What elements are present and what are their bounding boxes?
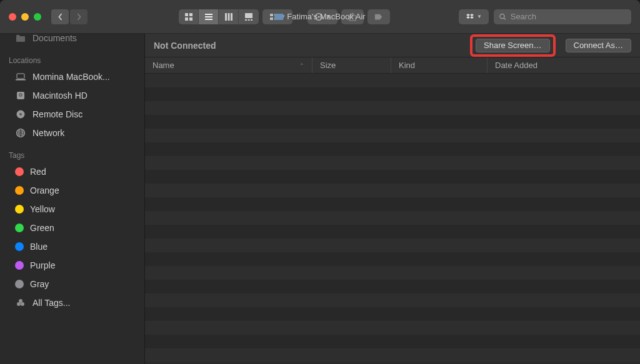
sidebar-item-label: Green bbox=[30, 223, 54, 233]
list-row bbox=[145, 348, 640, 362]
traffic-lights bbox=[9, 13, 41, 21]
sidebar-all-tags[interactable]: All Tags... bbox=[0, 293, 144, 312]
window-title-text: Fatima's MacBook Air bbox=[287, 12, 365, 21]
column-size[interactable]: Size bbox=[312, 57, 391, 73]
sidebar-item-label: Gray bbox=[30, 279, 49, 289]
tag-dot-icon bbox=[15, 261, 24, 270]
svg-rect-14 bbox=[270, 14, 273, 16]
svg-point-26 bbox=[20, 94, 21, 96]
sidebar-item-label: Blue bbox=[30, 242, 48, 252]
sidebar-tag-purple[interactable]: Purple bbox=[0, 256, 144, 275]
column-headers: Name ⌃ Size Kind Date Added bbox=[145, 57, 640, 74]
sidebar-item-remote-disc[interactable]: Remote Disc bbox=[0, 105, 144, 124]
sidebar-tag-yellow[interactable]: Yellow bbox=[0, 200, 144, 219]
dropbox-button[interactable]: ▼ bbox=[459, 9, 489, 24]
laptop-icon bbox=[15, 72, 26, 82]
sidebar-tag-blue[interactable]: Blue bbox=[0, 237, 144, 256]
list-row bbox=[145, 335, 640, 348]
svg-rect-4 bbox=[205, 14, 212, 15]
file-list bbox=[145, 74, 640, 364]
share-screen-button[interactable]: Share Screen… bbox=[476, 39, 550, 52]
list-row bbox=[145, 101, 640, 115]
list-row bbox=[145, 225, 640, 239]
list-row bbox=[145, 74, 640, 87]
tag-dot-icon bbox=[15, 224, 24, 232]
highlight-annotation: Share Screen… bbox=[470, 34, 556, 57]
sidebar-item-label: Red bbox=[30, 167, 46, 177]
tag-dot-icon bbox=[15, 186, 24, 195]
list-row bbox=[145, 184, 640, 197]
list-row bbox=[145, 142, 640, 156]
list-view-button[interactable] bbox=[199, 9, 219, 24]
minimize-button[interactable] bbox=[21, 13, 29, 21]
sidebar-heading-locations: Locations bbox=[0, 47, 144, 67]
list-row bbox=[145, 239, 640, 252]
list-row bbox=[145, 156, 640, 170]
sort-ascending-icon: ⌃ bbox=[299, 62, 304, 69]
maximize-button[interactable] bbox=[34, 13, 41, 21]
list-row bbox=[145, 197, 640, 211]
list-row bbox=[145, 293, 640, 307]
sidebar-item-momina-macbook[interactable]: Momina MacBook... bbox=[0, 67, 144, 86]
sidebar-item-label: Macintosh HD bbox=[32, 91, 88, 101]
main-area: Documents Locations Momina MacBook... Ma… bbox=[0, 34, 640, 364]
svg-point-21 bbox=[500, 14, 504, 18]
svg-rect-2 bbox=[185, 17, 188, 21]
close-button[interactable] bbox=[9, 13, 16, 21]
hdd-icon bbox=[15, 91, 26, 101]
svg-point-28 bbox=[19, 113, 22, 116]
sidebar: Documents Locations Momina MacBook... Ma… bbox=[0, 34, 145, 364]
window-title: Fatima's MacBook Air bbox=[274, 12, 365, 21]
sidebar-item-documents[interactable]: Documents bbox=[0, 34, 144, 47]
sidebar-item-label: Orange bbox=[30, 185, 59, 195]
gallery-view-button[interactable] bbox=[239, 9, 259, 24]
forward-button[interactable] bbox=[70, 9, 88, 24]
disc-icon bbox=[15, 109, 26, 119]
list-row bbox=[145, 129, 640, 142]
list-row bbox=[145, 280, 640, 293]
svg-rect-9 bbox=[231, 13, 232, 21]
sidebar-tag-gray[interactable]: Gray bbox=[0, 275, 144, 293]
globe-icon bbox=[15, 128, 26, 138]
svg-rect-11 bbox=[245, 19, 247, 21]
svg-rect-23 bbox=[16, 79, 26, 81]
column-date-added[interactable]: Date Added bbox=[488, 57, 640, 73]
column-kind[interactable]: Kind bbox=[391, 57, 488, 73]
sidebar-tag-orange[interactable]: Orange bbox=[0, 181, 144, 200]
tag-dot-icon bbox=[15, 280, 24, 288]
tag-dot-icon bbox=[15, 167, 24, 176]
connect-as-button[interactable]: Connect As… bbox=[566, 39, 632, 52]
sidebar-item-label: Momina MacBook... bbox=[32, 72, 110, 82]
sidebar-item-label: Remote Disc bbox=[32, 109, 82, 119]
sidebar-item-label: All Tags... bbox=[32, 298, 70, 308]
list-row bbox=[145, 170, 640, 184]
sidebar-tag-green[interactable]: Green bbox=[0, 219, 144, 237]
sidebar-item-macintosh-hd[interactable]: Macintosh HD bbox=[0, 86, 144, 105]
svg-rect-7 bbox=[225, 13, 227, 21]
back-button[interactable] bbox=[51, 9, 69, 24]
search-input[interactable] bbox=[511, 12, 626, 21]
svg-rect-1 bbox=[189, 13, 192, 16]
svg-point-33 bbox=[21, 302, 24, 306]
icon-view-button[interactable] bbox=[179, 9, 199, 24]
nav-buttons bbox=[51, 9, 88, 24]
status-bar: Not Connected Share Screen… Connect As… bbox=[145, 34, 640, 57]
svg-rect-8 bbox=[228, 13, 229, 21]
list-row bbox=[145, 115, 640, 129]
list-row bbox=[145, 211, 640, 225]
column-view-button[interactable] bbox=[219, 9, 239, 24]
folder-icon bbox=[15, 34, 26, 43]
svg-point-31 bbox=[19, 299, 22, 303]
sidebar-item-network[interactable]: Network bbox=[0, 124, 144, 142]
device-icon bbox=[274, 14, 283, 20]
sidebar-item-label: Yellow bbox=[30, 204, 55, 214]
tags-button[interactable] bbox=[368, 9, 390, 24]
search-field[interactable] bbox=[494, 9, 631, 24]
sidebar-tag-red[interactable]: Red bbox=[0, 162, 144, 181]
column-name[interactable]: Name ⌃ bbox=[145, 57, 312, 73]
list-row bbox=[145, 307, 640, 321]
tag-dot-icon bbox=[15, 205, 24, 214]
finder-window: Fatima's MacBook Air ▼ bbox=[0, 0, 640, 364]
list-row bbox=[145, 87, 640, 101]
svg-rect-0 bbox=[185, 13, 188, 16]
